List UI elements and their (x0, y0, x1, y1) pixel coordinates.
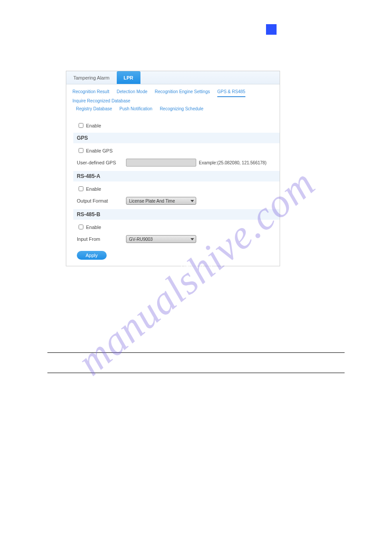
chapter-square (266, 24, 277, 35)
form-area: Enable GPS Enable GPS User-defined GPS E… (66, 114, 280, 266)
main-tabbar: Tampering Alarm LPR (66, 71, 280, 84)
sub-tabbar: Recognition Result Detection Mode Recogn… (66, 84, 280, 114)
subtab-recognition-result[interactable]: Recognition Result (72, 88, 109, 96)
row-input-from: Input From GV-RU9003 (77, 235, 273, 243)
subtab-inquire-recognized-database[interactable]: Inquire Recognized Database (72, 97, 130, 105)
row-enable: Enable (77, 122, 273, 129)
row-rs485a-enable: Enable (77, 185, 273, 192)
table-col-model: Model (49, 358, 66, 365)
header-label: Administrator Mode (288, 24, 345, 32)
paragraph-enable: Select Enable to activate the GPS & RS48… (47, 286, 345, 297)
enable-label: Enable (86, 123, 101, 128)
enable-gps-label: Enable GPS (86, 148, 113, 153)
table-header-row: Model Supported GV-Software for GPS (49, 358, 66, 365)
subtab-recognition-engine-settings[interactable]: Recognition Engine Settings (155, 88, 210, 96)
header-title: 3 Administrator Mode (277, 24, 345, 32)
input-from-label: Input From (77, 236, 126, 242)
subtab-detection-mode[interactable]: Detection Mode (117, 88, 147, 96)
paragraph-gps: Select Enable GPS to send GPS data to GV… (47, 319, 345, 342)
subtab-recognizing-schedule[interactable]: Recognizing Schedule (160, 105, 204, 113)
user-defined-gps-label: User-defined GPS (77, 160, 126, 165)
subtab-push-notification[interactable]: Push Notification (119, 105, 152, 113)
enable-checkbox[interactable] (79, 123, 83, 128)
rs485a-enable-checkbox[interactable] (79, 186, 83, 191)
rs485b-enable-checkbox[interactable] (79, 225, 83, 229)
output-format-select[interactable]: License Plate And Time (126, 197, 196, 205)
gps-section-heading: [GPS] (47, 307, 345, 319)
section-rs485b: RS-485-B (73, 209, 280, 220)
chapter-number: 3 (277, 24, 281, 32)
table-col-software: Supported GV-Software for GPS (159, 358, 248, 365)
apply-button[interactable]: Apply (77, 251, 107, 260)
rs485a-enable-label: Enable (86, 186, 101, 192)
user-defined-gps-input[interactable] (126, 159, 196, 167)
output-format-label: Output Format (77, 198, 126, 203)
table-bottom-divider (47, 373, 345, 373)
settings-panel: Tampering Alarm LPR Recognition Result D… (66, 71, 280, 266)
input-from-select[interactable]: GV-RU9003 (126, 235, 196, 243)
input-from-value: GV-RU9003 (129, 237, 153, 242)
tab-tampering-alarm[interactable]: Tampering Alarm (66, 71, 117, 84)
rs485b-enable-label: Enable (86, 225, 101, 230)
enable-gps-checkbox[interactable] (79, 148, 83, 153)
output-format-value: License Plate And Time (129, 199, 175, 203)
row-output-format: Output Format License Plate And Time (77, 197, 273, 205)
tab-lpr[interactable]: LPR (117, 71, 140, 84)
table-top-divider (47, 352, 345, 353)
row-enable-gps: Enable GPS (77, 147, 273, 154)
section-gps: GPS (73, 133, 280, 143)
paragraph-note: Note the GPS function works differently … (47, 381, 345, 392)
row-rs485b-enable: Enable (77, 223, 273, 231)
row-user-defined-gps: User-defined GPS Example:(25.082080, 121… (77, 159, 273, 167)
subtab-gps-rs485[interactable]: GPS & RS485 (217, 88, 245, 97)
subtab-registry-database[interactable]: Registry Database (76, 105, 112, 113)
section-rs485a: RS-485-A (73, 171, 280, 181)
figure-caption: Figure 3-33 (0, 264, 392, 271)
gps-example: Example:(25.082080, 121.566178) (199, 160, 266, 165)
